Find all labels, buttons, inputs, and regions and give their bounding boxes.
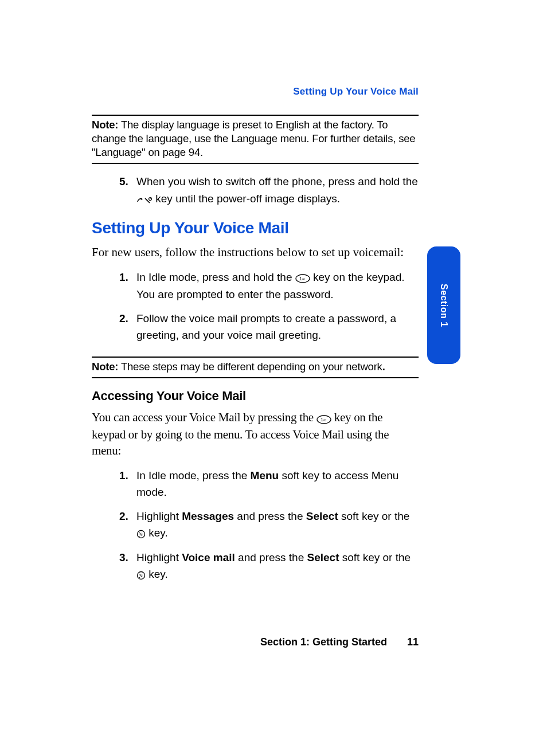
list-item: 3. Highlight Voice mail and press the Se…: [119, 549, 419, 583]
ok-key-icon: [136, 566, 146, 583]
list-item: 2. Follow the voice mail prompts to crea…: [119, 310, 419, 344]
step-text-before: In Idle mode, press and hold the: [136, 271, 295, 283]
step-text-after: key until the power-off image displays.: [155, 193, 340, 205]
t: soft key or the: [338, 510, 410, 522]
bold-voicemail: Voice mail: [182, 551, 235, 563]
step-number: 1.: [119, 269, 128, 285]
note-label: Note:: [92, 119, 118, 131]
svg-text:∞: ∞: [323, 418, 326, 422]
tab-label: Section 1: [439, 284, 449, 327]
list-item: 1. In Idle mode, press the Menu soft key…: [119, 467, 419, 501]
step-text: Follow the voice mail prompts to create …: [136, 312, 396, 341]
bold-select: Select: [307, 551, 339, 563]
t: soft key or the: [339, 551, 411, 563]
access-steps-list: 1. In Idle mode, press the Menu soft key…: [119, 467, 419, 583]
list-item: 1. In Idle mode, press and hold the 1 ∞ …: [119, 269, 419, 303]
svg-point-8: [139, 532, 143, 536]
step-number: 2.: [119, 508, 128, 524]
note-end: .: [382, 361, 385, 373]
one-key-icon: 1 ∞: [317, 410, 331, 426]
page-content: Setting Up Your Voice Mail Note: The dis…: [92, 86, 419, 590]
footer-page-number: 11: [407, 636, 419, 648]
list-item: 2. Highlight Messages and press the Sele…: [119, 508, 419, 542]
step-number: 1.: [119, 467, 128, 484]
t: and press the: [235, 551, 307, 563]
intro-paragraph: For new users, follow the instructions b…: [92, 244, 419, 260]
t: Highlight: [136, 551, 182, 563]
running-header: Setting Up Your Voice Mail: [92, 86, 419, 97]
page-footer: Section 1: Getting Started 11: [92, 636, 419, 648]
step-number: 2.: [119, 310, 128, 327]
bold-menu: Menu: [251, 469, 279, 481]
ok-key-icon: [136, 525, 146, 542]
step-number: 5.: [119, 173, 128, 190]
one-key-icon: 1 ∞: [295, 269, 310, 286]
power-key-icon: [136, 191, 153, 207]
list-item: 5. When you wish to switch off the phone…: [119, 173, 419, 207]
svg-point-10: [139, 574, 143, 577]
setup-steps-list: 1. In Idle mode, press and hold the 1 ∞ …: [119, 269, 419, 344]
t: key.: [149, 568, 167, 580]
note-text: The display language is preset to Englis…: [92, 119, 415, 158]
note-block-network: Note: These steps may be different depen…: [92, 357, 419, 378]
t: key.: [149, 527, 167, 539]
t: Highlight: [136, 510, 182, 522]
footer-section: Section 1: Getting Started: [260, 636, 387, 648]
note-label: Note:: [92, 361, 118, 373]
t: and press the: [234, 510, 306, 522]
subsection-heading: Accessing Your Voice Mail: [92, 389, 419, 404]
access-intro-before: You can access your Voice Mail by pressi…: [92, 410, 317, 424]
step-text-before: When you wish to switch off the phone, p…: [136, 175, 418, 187]
note-block-language: Note: The display language is preset to …: [92, 115, 419, 164]
svg-text:∞: ∞: [302, 277, 305, 281]
note-text: These steps may be different depending o…: [118, 361, 382, 373]
section-heading: Setting Up Your Voice Mail: [92, 219, 419, 237]
step-number: 3.: [119, 549, 128, 566]
poweroff-step-list: 5. When you wish to switch off the phone…: [119, 173, 419, 207]
t: In Idle mode, press the: [136, 469, 251, 481]
bold-select: Select: [306, 510, 338, 522]
bold-messages: Messages: [182, 510, 234, 522]
side-tab-section1: Section 1: [427, 246, 460, 364]
access-intro: You can access your Voice Mail by pressi…: [92, 409, 419, 459]
